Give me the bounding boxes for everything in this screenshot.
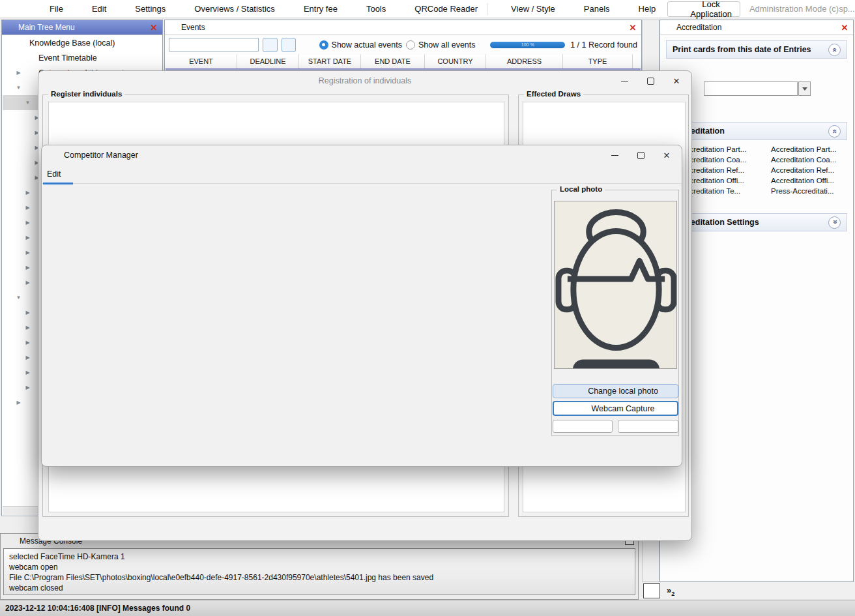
change-local-photo-button[interactable]: Change local photo [553, 384, 678, 398]
menu-view-style[interactable]: View / Style [490, 2, 562, 16]
dropdown-arrow-icon [802, 87, 807, 91]
tree-item-event-timetable[interactable]: Event Timetable [3, 50, 162, 65]
menu-tools[interactable]: Tools [345, 2, 392, 16]
accreditation-item[interactable]: Press-Accreditati... [771, 187, 834, 195]
accreditation-item[interactable]: Accreditation Part... [771, 145, 836, 153]
panel-close-icon[interactable]: ✕ [627, 23, 639, 33]
radio-selected-icon [319, 40, 328, 50]
expand-section-icon[interactable]: « [828, 216, 841, 229]
accreditation-item[interactable]: Accreditation Ref... [771, 166, 834, 174]
webcam-capture-button[interactable]: Webcam Capture [553, 401, 678, 416]
accreditation-item[interactable]: Accreditation Ref... [681, 166, 758, 174]
expand-arrow-icon[interactable]: ▶ [23, 190, 32, 196]
expand-arrow-icon[interactable]: ▶ [23, 265, 32, 271]
terminal-icon [5, 536, 15, 546]
panel-close-icon[interactable]: ✕ [148, 23, 160, 33]
column-header-deadline[interactable]: DEADLINE [237, 54, 299, 68]
expand-arrow-icon[interactable]: ▶ [23, 325, 32, 330]
expand-arrow-icon[interactable]: ▶ [23, 250, 32, 256]
column-header-type[interactable]: TYPE [563, 54, 633, 68]
column-picker-icon[interactable] [631, 55, 640, 65]
column-header-event[interactable]: EVENT [166, 54, 237, 68]
accreditation-panel-header: Accreditation ✕ [660, 20, 853, 35]
pages-icon[interactable] [646, 23, 656, 33]
expand-arrow-icon[interactable]: ▶ [23, 220, 32, 226]
stats-icon [180, 4, 190, 14]
expand-arrow-icon[interactable]: ▶ [23, 370, 32, 375]
close-button[interactable]: ✕ [668, 72, 685, 89]
expand-arrow-icon[interactable]: ▶ [14, 70, 23, 76]
badge-icon [663, 22, 673, 33]
radio-show-actual-events[interactable]: Show actual events [319, 40, 402, 50]
edit-event-icon[interactable] [572, 22, 583, 33]
menu-edit[interactable]: Edit [71, 2, 113, 16]
status-bar: 2023-12-12 10:04:16:408 [INFO] Messages … [0, 600, 855, 616]
combo-dropdown-button[interactable] [798, 81, 811, 96]
tab-overflow-icon[interactable]: »2 [667, 585, 674, 597]
column-header-country[interactable]: COUNTRY [425, 54, 486, 68]
minimize-button[interactable] [616, 72, 633, 89]
collapse-arrow-icon[interactable]: ▼ [14, 295, 23, 301]
collapse-section-icon[interactable]: « [828, 125, 841, 138]
expand-arrow-icon[interactable]: ▶ [23, 280, 32, 286]
close-button[interactable]: ✕ [658, 147, 675, 164]
menu-overviews-statistics[interactable]: Overviews / Statistics [173, 2, 282, 16]
tree-item-knowledge-base-local[interactable]: Knowledge Base (local) [3, 35, 162, 50]
radio-show-all-events[interactable]: Show all events [406, 40, 476, 50]
search-button[interactable] [263, 38, 278, 52]
section-accreditation[interactable]: Accreditation « [666, 122, 847, 140]
accreditation-item[interactable]: Accreditation Offi... [681, 177, 758, 184]
panel-close-icon[interactable]: ✕ [839, 23, 850, 33]
radio-unselected-icon [406, 40, 415, 50]
expand-arrow-icon[interactable]: ▶ [23, 385, 32, 390]
print-date-combobox[interactable] [704, 81, 798, 96]
register-individuals-label: Register individuals [48, 90, 124, 98]
competitor-manager-dialog: Competitor Manager ✕ Edit Local photo [41, 145, 682, 467]
registration-titlebar[interactable]: Registration of individuals ✕ [38, 71, 691, 91]
dialog-window-controls: ✕ [606, 147, 675, 164]
panel-window-icon[interactable] [613, 22, 624, 33]
refresh-events-button[interactable] [282, 38, 297, 52]
expand-arrow-icon[interactable]: ▶ [23, 235, 32, 241]
panels-icon [570, 4, 580, 14]
reload-photo-button[interactable] [618, 420, 678, 433]
accreditation-item[interactable]: Accreditation Coa... [771, 156, 836, 164]
accreditation-item[interactable]: Accreditation Offi... [771, 177, 834, 184]
events-search-input[interactable] [169, 38, 259, 51]
open-event-icon[interactable] [586, 22, 596, 33]
maximize-button[interactable] [632, 147, 649, 164]
expand-arrow-icon[interactable]: ▶ [23, 340, 32, 345]
panel-window-icon[interactable] [825, 22, 835, 33]
expand-arrow-icon[interactable]: ▶ [23, 355, 32, 360]
menubar-items: FileEditSettingsOverviews / StatisticsEn… [4, 2, 662, 16]
accreditation-item[interactable]: Accreditation Part... [681, 145, 758, 153]
column-header-end-date[interactable]: END DATE [361, 54, 425, 68]
expand-arrow-icon[interactable]: ▶ [23, 310, 32, 315]
accreditation-item[interactable]: Accreditation Te... [681, 187, 758, 195]
menu-settings[interactable]: Settings [114, 2, 172, 16]
column-header-start-date[interactable]: START DATE [299, 54, 361, 68]
menu-help[interactable]: Help [618, 2, 663, 16]
minimize-button[interactable] [606, 147, 623, 164]
menu-file[interactable]: File [29, 2, 70, 16]
panel-window-icon[interactable] [134, 22, 145, 33]
collapse-arrow-icon[interactable]: ▼ [23, 100, 32, 106]
column-header-address[interactable]: ADDRESS [486, 54, 563, 68]
section-print-cards[interactable]: Print cards from this date of Entries « [666, 40, 847, 59]
expand-arrow-icon[interactable]: ▶ [23, 205, 32, 211]
menubar: FileEditSettingsOverviews / StatisticsEn… [0, 0, 855, 18]
events-panel-title: Events [181, 23, 205, 32]
event-timetable-icon[interactable] [600, 22, 610, 33]
dock-window-icon[interactable] [643, 583, 660, 598]
lock-application-button[interactable]: Lock Application [667, 1, 740, 17]
maximize-button[interactable] [642, 72, 659, 89]
menu-entry-fee[interactable]: Entry fee [283, 2, 344, 16]
edit-photo-button[interactable] [553, 420, 613, 433]
accreditation-item[interactable]: Accreditation Coa... [681, 156, 758, 164]
expand-arrow-icon[interactable]: ▶ [14, 400, 23, 405]
collapse-arrow-icon[interactable]: ▼ [14, 85, 23, 91]
menu-qrcode-reader[interactable]: QRCode Reader [394, 2, 484, 16]
collapse-section-icon[interactable]: « [828, 44, 841, 56]
section-accreditation-settings[interactable]: Accreditation Settings « [666, 213, 847, 231]
menu-panels[interactable]: Panels [563, 2, 616, 16]
